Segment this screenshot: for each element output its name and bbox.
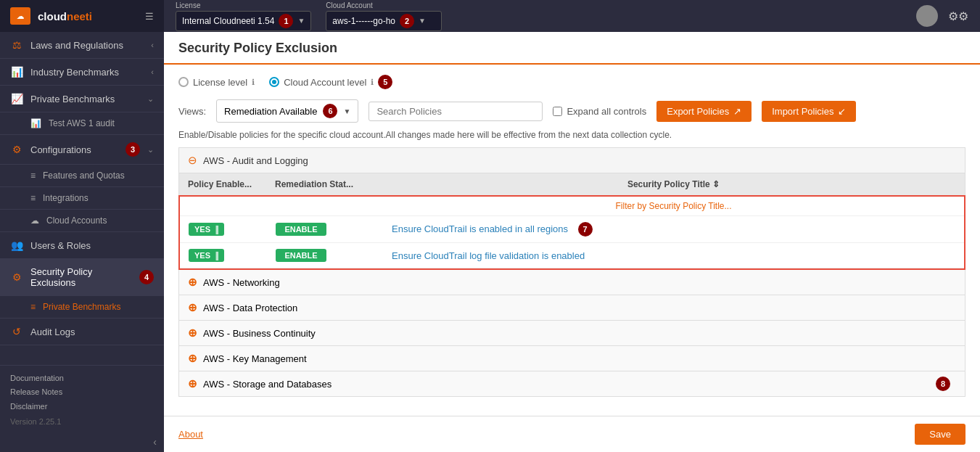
filter-row: Filter by Security Policy Title... [180, 197, 964, 216]
sidebar-item-private-benchmarks[interactable]: 📈 Private Benchmarks ⌄ [0, 86, 164, 112]
expand-controls-label[interactable]: Expand all controls [553, 106, 646, 117]
sidebar: ☁ cloudneeti ☰ ⚖ Laws and Regulations ‹ … [0, 0, 164, 452]
group-key-management[interactable]: ⊕ AWS - Key Management [178, 346, 965, 371]
audit-icon: ↺ [10, 326, 23, 337]
sidebar-item-private-benchmarks-sub[interactable]: ≡ Private Benchmarks [0, 296, 164, 319]
save-button[interactable]: Save [915, 424, 965, 445]
sidebar-item-features[interactable]: ≡ Features and Quotas [0, 165, 164, 187]
sidebar-nav: ⚖ Laws and Regulations ‹ 📊 Industry Benc… [0, 32, 164, 365]
settings-icon[interactable]: ⚙⚙ [948, 9, 968, 23]
cloud-accounts-icon: ☁ [30, 215, 39, 226]
config-badge: 3 [125, 142, 140, 157]
col3-header: Security Policy Title ⇕ [391, 179, 956, 189]
search-input[interactable] [368, 102, 543, 121]
sidebar-sub-label: Cloud Accounts [46, 215, 107, 226]
title-cell-1: Ensure CloudTrail is enabled in all regi… [392, 222, 955, 237]
group-networking[interactable]: ⊕ AWS - Networking [178, 270, 965, 295]
group-networking-name: AWS - Networking [203, 277, 280, 288]
sidebar-item-test-aws[interactable]: 📊 Test AWS 1 audit [0, 112, 164, 135]
hamburger-icon[interactable]: ☰ [145, 11, 154, 22]
sidebar-item-security-policy[interactable]: ⚙ Security Policy Exclusions 4 [0, 259, 164, 296]
cloud-account-radio[interactable] [269, 77, 279, 87]
cloud-account-level-option[interactable]: Cloud Account level ℹ 5 [269, 75, 392, 89]
row-badge: 7 [578, 222, 593, 237]
col2-header: Remediation Stat... [275, 179, 391, 189]
views-caret-icon: ▼ [343, 107, 350, 115]
license-dropdown[interactable]: Internal Cloudneeti 1.54 1 ▼ [176, 11, 311, 31]
col-headers: Policy Enable... Remediation Stat... Sec… [178, 173, 965, 195]
sidebar-item-users-roles[interactable]: 👥 Users & Roles [0, 232, 164, 259]
cloud-account-value: aws-1------go-ho [332, 16, 395, 26]
license-level-label: License level [193, 77, 247, 88]
version-text: Version 2.25.1 [10, 417, 154, 426]
expand-key-management-icon: ⊕ [188, 352, 197, 365]
remediation-cell-2: ENABLE [276, 249, 392, 262]
license-level-option[interactable]: License level ℹ [178, 77, 255, 88]
about-link[interactable]: About [178, 429, 203, 440]
logo-icon: ☁ [10, 7, 30, 25]
expand-networking-icon: ⊕ [188, 276, 197, 289]
group-data-protection-name: AWS - Data Protection [203, 303, 297, 313]
license-radio[interactable] [178, 77, 189, 87]
enable-toggle-1[interactable]: ENABLE [276, 223, 326, 236]
policy-title-1[interactable]: Ensure CloudTrail is enabled in all regi… [392, 223, 568, 234]
logo-text: cloudneeti [38, 10, 92, 22]
sidebar-item-label: Industry Benchmarks [30, 67, 144, 78]
cloud-account-badge: 2 [400, 14, 414, 28]
info-text: Enable/Disable policies for the specific… [178, 130, 672, 140]
group-data-protection[interactable]: ⊕ AWS - Data Protection [178, 295, 965, 321]
yes-toggle-2[interactable]: YES [189, 249, 224, 262]
sidebar-header: ☁ cloudneeti ☰ [0, 0, 164, 32]
security-icon: ⚙ [10, 271, 23, 283]
group-audit-logging-header[interactable]: ⊖ AWS - Audit and Logging [178, 147, 965, 173]
group-storage-databases[interactable]: ⊕ AWS - Storage and Databases 8 [178, 371, 965, 397]
enable-toggle-2[interactable]: ENABLE [276, 249, 326, 262]
title-cell-2: Ensure CloudTrail log file validation is… [392, 250, 955, 261]
views-value: Remediation Available [224, 106, 317, 117]
sidebar-item-integrations[interactable]: ≡ Integrations [0, 187, 164, 210]
views-dropdown[interactable]: Remediation Available 6 ▼ [216, 99, 358, 123]
col1-header: Policy Enable... [188, 179, 275, 189]
sidebar-item-laws[interactable]: ⚖ Laws and Regulations ‹ [0, 32, 164, 59]
group-key-management-name: AWS - Key Management [203, 353, 307, 364]
user-avatar[interactable] [916, 5, 938, 27]
sidebar-item-configurations[interactable]: ⚙ Configurations 3 ⌄ [0, 135, 164, 165]
release-notes-link[interactable]: Release Notes [10, 385, 154, 400]
industry-icon: 📊 [10, 66, 23, 78]
expand-checkbox[interactable] [553, 107, 562, 116]
security-badge: 4 [139, 270, 154, 284]
sidebar-collapse-button[interactable]: ‹ [0, 432, 164, 452]
info-bar: Enable/Disable policies for the specific… [178, 130, 965, 140]
remediation-cell-1: ENABLE [276, 223, 392, 236]
integrations-icon: ≡ [30, 193, 36, 203]
sidebar-item-label: Security Policy Exclusions [30, 266, 132, 288]
sidebar-item-cloud-accounts[interactable]: ☁ Cloud Accounts [0, 210, 164, 232]
documentation-link[interactable]: Documentation [10, 371, 154, 386]
license-group: License Internal Cloudneeti 1.54 1 ▼ [176, 1, 311, 31]
toggle-cell-2: YES [189, 249, 276, 262]
table-row: YES ENABLE Ensure CloudTrail log file va… [180, 243, 964, 268]
group-business-continuity[interactable]: ⊕ AWS - Business Continuity [178, 321, 965, 346]
license-badge: 1 [279, 14, 293, 28]
expand-label: Expand all controls [567, 106, 646, 117]
features-icon: ≡ [30, 170, 36, 181]
views-label: Views: [178, 106, 206, 117]
cloud-account-dropdown[interactable]: aws-1------go-ho 2 ▼ [326, 11, 442, 31]
scroll-badge: 8 [936, 377, 950, 391]
policy-title-2[interactable]: Ensure CloudTrail log file validation is… [392, 250, 585, 261]
export-label: Export Policies [667, 106, 729, 117]
import-policies-button[interactable]: Import Policies ↙ [762, 101, 856, 122]
export-policies-button[interactable]: Export Policies ↗ [656, 101, 752, 122]
license-caret-icon: ▼ [297, 17, 305, 25]
cloud-account-label: Cloud Account [326, 1, 442, 9]
yes-toggle-1[interactable]: YES [189, 223, 224, 236]
export-icon: ↗ [733, 106, 741, 117]
sidebar-item-industry[interactable]: 📊 Industry Benchmarks ‹ [0, 59, 164, 86]
sidebar-item-audit-logs[interactable]: ↺ Audit Logs [0, 319, 164, 345]
sidebar-sub-label: Integrations [43, 193, 88, 203]
disclaimer-link[interactable]: Disclaimer [10, 400, 154, 414]
expand-business-continuity-icon: ⊕ [188, 326, 197, 340]
top-bar-right: ⚙⚙ [916, 5, 968, 27]
license-label: License [176, 1, 311, 9]
group-storage-databases-name: AWS - Storage and Databases [203, 379, 332, 390]
